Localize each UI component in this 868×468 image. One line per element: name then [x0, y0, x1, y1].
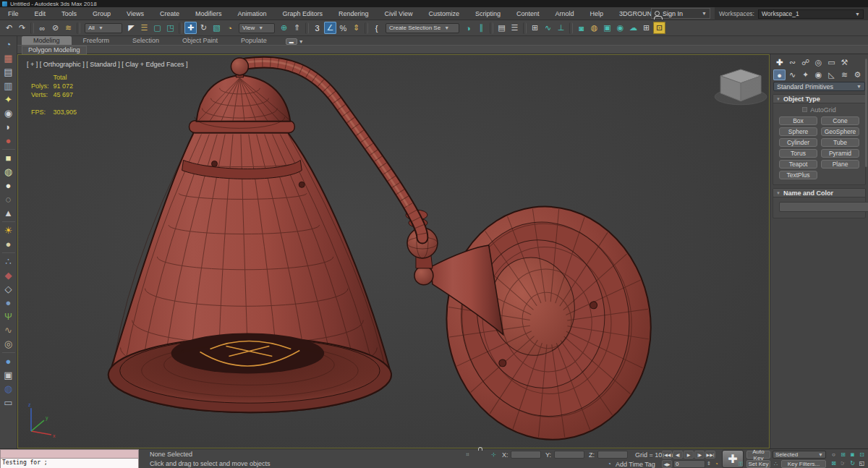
helpers-category-icon[interactable]: ◺	[825, 69, 838, 80]
menu-item[interactable]: Graph Editors	[274, 10, 331, 17]
select-and-rotate-icon[interactable]: ↻	[197, 22, 210, 34]
menu-item[interactable]: Content	[509, 10, 548, 17]
z-coord-field[interactable]	[597, 451, 628, 459]
workspace-dropdown[interactable]: Workspace_1 ▼	[758, 9, 864, 19]
named-selection-sets-icon[interactable]: {	[370, 22, 383, 34]
toolbar-separator[interactable]	[569, 22, 573, 34]
go-to-end-button[interactable]: ▶▶|	[705, 451, 715, 459]
primitive-button[interactable]: Plane	[821, 160, 859, 169]
bulb-icon[interactable]: ✦	[1, 93, 16, 106]
select-and-move-icon[interactable]: ✚	[184, 22, 197, 34]
space-warps-category-icon[interactable]: ≋	[838, 69, 851, 80]
maximize-viewport-icon[interactable]: ◱	[857, 459, 867, 467]
sphere-primitive-icon[interactable]: ●	[1, 179, 16, 192]
ribbon-tab[interactable]: Freeform	[72, 36, 122, 45]
left-toolbar-divider[interactable]	[2, 252, 15, 253]
toggle-layer-explorer-icon[interactable]: ☰	[509, 22, 521, 34]
previous-frame-button[interactable]: ◀|	[673, 451, 683, 459]
viewport[interactable]: x y z [ + ] [ Orthographic ] [ Standard …	[17, 54, 770, 448]
select-and-scale-icon[interactable]: ▧	[210, 22, 223, 34]
select-by-name-icon[interactable]: ☰	[138, 22, 150, 34]
cage-helper-icon[interactable]: ◇	[1, 282, 16, 296]
menu-item[interactable]: Animation	[229, 10, 274, 17]
polygon-modeling-panel[interactable]: Polygon Modeling	[22, 46, 87, 54]
menu-item[interactable]: Civil View	[377, 10, 421, 17]
pan-icon[interactable]: ☞	[838, 459, 848, 467]
time-configuration-icon[interactable]: ◔	[712, 460, 721, 468]
select-object-icon[interactable]: ◤	[125, 22, 137, 34]
menu-item[interactable]: Edit	[27, 10, 54, 17]
sphere-light-icon[interactable]: ●	[1, 237, 16, 251]
motion-tab-icon[interactable]: ◎	[812, 57, 825, 68]
maxscript-mini-listener[interactable]	[0, 449, 139, 459]
primitive-button[interactable]: Pyramid	[821, 149, 859, 158]
ribbon-teapot-icon[interactable]: ◔	[1, 38, 16, 51]
orbit-icon[interactable]: ↻	[848, 459, 857, 467]
schematic-view-icon[interactable]: ⊥	[555, 22, 567, 34]
left-toolbar-divider[interactable]	[2, 352, 15, 353]
ribbon-tab[interactable]: Populate	[229, 36, 278, 45]
redo-icon[interactable]: ↷	[16, 22, 28, 34]
menu-item[interactable]: Group	[85, 10, 119, 17]
geometry-category-icon[interactable]: ●	[773, 69, 786, 80]
viewcube[interactable]	[715, 69, 767, 105]
x-coord-field[interactable]	[511, 451, 541, 459]
dome-primitive-icon[interactable]: ◍	[1, 165, 16, 179]
render-in-cloud-icon[interactable]: ☁	[627, 22, 639, 34]
window-crossing-icon[interactable]: ◳	[164, 22, 176, 34]
fur-icon[interactable]: ∿	[1, 323, 16, 337]
object-type-header[interactable]: ▼ Object Type	[773, 95, 865, 103]
particle-rain-icon[interactable]: ∴	[1, 255, 16, 268]
menu-item[interactable]: Tools	[54, 10, 85, 17]
rock-icon[interactable]: ●	[1, 296, 16, 310]
left-toolbar-divider[interactable]	[2, 221, 15, 222]
toolbar-separator[interactable]	[179, 22, 182, 34]
environment-icon[interactable]: ◍	[1, 382, 16, 396]
primitive-button[interactable]: Teapot	[779, 160, 817, 169]
mirror-icon[interactable]: ◑	[462, 22, 475, 34]
ribbon-tab[interactable]: Modeling	[22, 36, 72, 45]
ribbon-tab[interactable]: Selection	[121, 36, 171, 45]
light-lister-icon[interactable]: ▤	[1, 65, 16, 79]
menu-item[interactable]: Help	[582, 10, 611, 17]
current-frame-field[interactable]	[673, 460, 705, 468]
key-mode-dropdown[interactable]: Selected ▼	[773, 451, 826, 459]
autogrid-checkbox[interactable]: AutoGrid	[773, 105, 865, 114]
material-sphere-icon[interactable]: ◗	[1, 120, 16, 134]
toolbar-separator[interactable]	[305, 22, 309, 34]
menu-item[interactable]: Views	[119, 10, 152, 17]
toolbar-separator[interactable]	[77, 22, 80, 34]
zoom-extents-icon[interactable]: ◙	[848, 451, 857, 459]
box-primitive-icon[interactable]: ■	[1, 151, 16, 165]
auto-key-button[interactable]: Auto Key	[746, 451, 770, 459]
display-tab-icon[interactable]: ▭	[825, 57, 838, 68]
key-step-toggle[interactable]: ◀▶	[662, 460, 672, 468]
name-color-header[interactable]: ▼ Name and Color	[773, 189, 865, 197]
named-selection-set-dropdown[interactable]: Create Selection Se ▼	[386, 23, 459, 33]
new-key-tangent-icon[interactable]: ∴	[771, 460, 780, 468]
toolbar-separator[interactable]	[523, 22, 527, 34]
play-button[interactable]: ▶	[684, 451, 694, 459]
quad-layout-icon[interactable]: ⊞	[640, 22, 652, 34]
cameras-category-icon[interactable]: ◉	[812, 69, 825, 80]
left-toolbar-divider[interactable]	[2, 149, 15, 150]
select-and-manipulate-icon[interactable]: ⇑	[291, 22, 303, 34]
sign-in-button[interactable]: Sign In ▼	[651, 8, 710, 19]
render-setup-icon[interactable]: ◍	[588, 22, 600, 34]
plugin-button-icon[interactable]: ⊡	[653, 22, 665, 34]
teapot-primitive-icon[interactable]: ◌	[1, 192, 16, 206]
primitive-button[interactable]: Torus	[779, 149, 817, 158]
shapes-category-icon[interactable]: ∿	[786, 69, 799, 80]
curve-editor-icon[interactable]: ∿	[542, 22, 554, 34]
modify-tab-icon[interactable]: ∾	[786, 57, 799, 68]
percent-snap-icon[interactable]: %	[337, 22, 349, 34]
maxscript-listener-line[interactable]: Testing for ;	[0, 459, 139, 468]
primitive-button[interactable]: Tube	[821, 138, 859, 147]
select-and-link-icon[interactable]: ∞	[36, 22, 48, 34]
toggle-scene-explorer-icon[interactable]: ▤	[495, 22, 508, 34]
render-preview-icon[interactable]: ▦	[1, 51, 16, 65]
command-panel-scrollbar[interactable]	[865, 59, 867, 167]
selection-filter-dropdown[interactable]: All ▼	[85, 23, 122, 33]
grass-icon[interactable]: Ψ	[1, 310, 16, 323]
next-frame-button[interactable]: |▶	[694, 451, 705, 459]
